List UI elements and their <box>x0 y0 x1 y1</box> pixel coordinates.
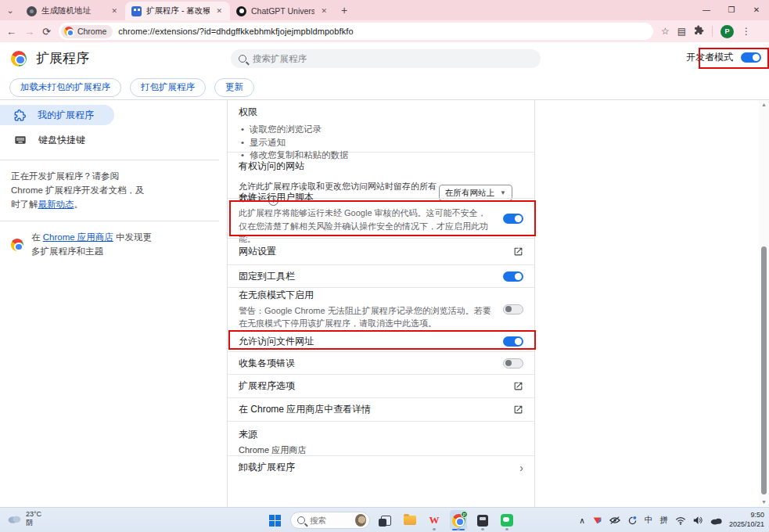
sidebar-divider <box>0 221 219 221</box>
wifi-icon[interactable] <box>675 516 686 525</box>
extensions-puzzle-icon[interactable] <box>694 25 704 38</box>
chrome-web-store-link[interactable]: Chrome 应用商店 <box>43 232 113 242</box>
tab-close-icon[interactable]: ✕ <box>214 7 224 15</box>
pack-extension-button[interactable]: 打包扩展程序 <box>130 78 206 97</box>
file-explorer-button[interactable] <box>401 510 419 530</box>
menu-kebab-icon[interactable]: ⋮ <box>742 26 751 37</box>
sidebar-item-label: 键盘快捷键 <box>38 134 85 147</box>
user-scripts-toggle[interactable] <box>503 214 523 224</box>
forward-button[interactable]: → <box>24 27 34 37</box>
folder-icon <box>404 516 416 525</box>
remove-extension-label: 卸载扩展程序 <box>239 461 295 474</box>
permission-item: 显示通知 <box>239 136 512 149</box>
view-in-store-row[interactable]: 在 Chrome 应用商店中查看详情 <box>228 397 534 421</box>
pin-toolbar-row: 固定到工具栏 <box>228 264 534 287</box>
new-tab-button[interactable]: + <box>335 1 354 20</box>
side-panel-icon[interactable]: ▤ <box>677 26 686 37</box>
scrollbar-thumb[interactable] <box>761 246 767 494</box>
incognito-row: 在无痕模式下启用 警告：Google Chrome 无法阻止扩展程序记录您的浏览… <box>228 287 534 330</box>
wps-icon: W <box>429 514 440 527</box>
scroll-up-arrow[interactable]: ▲ <box>759 100 769 110</box>
tray-app-icon[interactable] <box>592 516 602 526</box>
ime-language-indicator[interactable]: 中 <box>645 515 653 526</box>
system-tray: ∧ 中 拼 9:50 2025/10/21 <box>579 508 764 532</box>
developer-mode-toggle[interactable] <box>741 52 761 63</box>
profile-avatar[interactable]: P <box>720 25 734 38</box>
chrome-logo-icon <box>11 51 27 66</box>
extension-options-row[interactable]: 扩展程序选项 <box>228 374 534 397</box>
permission-item: 读取您的浏览记录 <box>239 123 512 136</box>
sidebar-item-keyboard-shortcuts[interactable]: 键盘快捷键 <box>0 130 114 150</box>
remove-extension-row[interactable]: 卸载扩展程序 › <box>228 455 534 479</box>
url-text: chrome://extensions/?id=dhdgffkkebhmkfjo… <box>118 27 353 36</box>
file-urls-row: 允许访问文件网址 <box>228 330 534 351</box>
cloud-sync-tray-icon[interactable] <box>710 516 722 525</box>
tab-random-address[interactable]: 生成随机地址 ✕ <box>20 2 125 20</box>
taskbar-center-icons: W P <box>266 508 516 532</box>
ime-pinyin-indicator[interactable]: 拼 <box>659 515 668 526</box>
taskbar-search-box[interactable] <box>290 512 370 529</box>
permission-item: 修改您复制和粘贴的数据 <box>239 149 512 162</box>
back-button[interactable]: ← <box>6 27 16 37</box>
file-urls-toggle[interactable] <box>503 336 523 347</box>
collect-errors-row: 收集各项错误 <box>228 351 534 374</box>
bookmark-star-icon[interactable]: ☆ <box>661 26 670 37</box>
wechat-button[interactable] <box>498 510 516 530</box>
note-text: 在 <box>31 232 43 242</box>
permissions-section: 权限 读取您的浏览记录 显示通知 修改您复制和粘贴的数据 <box>228 100 534 152</box>
tray-expand-chevron-icon[interactable]: ∧ <box>579 516 585 525</box>
update-button[interactable]: 更新 <box>214 78 254 97</box>
close-button[interactable]: ✕ <box>744 0 769 19</box>
sync-icon[interactable] <box>627 516 638 526</box>
chrome-taskbar-button[interactable]: P <box>450 510 467 530</box>
extension-options-label: 扩展程序选项 <box>239 379 295 393</box>
tab-title: ChatGPT Universal Exporter <box>251 6 314 16</box>
incognito-toggle[interactable] <box>503 304 523 315</box>
tab-close-icon[interactable]: ✕ <box>319 7 329 15</box>
cloud-weather-icon <box>6 513 22 524</box>
scroll-down-arrow[interactable]: ▼ <box>759 498 769 507</box>
tab-chatgpt-exporter[interactable]: ChatGPT Universal Exporter ✕ <box>230 2 335 20</box>
eye-slash-icon[interactable] <box>609 516 620 525</box>
view-in-store-label: 在 Chrome 应用商店中查看详情 <box>239 403 371 416</box>
note-text: 。 <box>74 200 84 209</box>
extensions-search-input[interactable] <box>253 54 533 63</box>
extensions-search-box[interactable] <box>231 49 541 68</box>
tab-close-icon[interactable]: ✕ <box>110 7 119 15</box>
sidebar-item-label: 我的扩展程序 <box>38 109 94 122</box>
taskbar-clock[interactable]: 9:50 2025/10/21 <box>729 511 764 529</box>
page-scrollbar[interactable]: ▲ ▼ <box>759 100 769 507</box>
site-settings-row[interactable]: 网站设置 <box>228 238 534 264</box>
pin-toolbar-toggle[interactable] <box>503 271 523 282</box>
load-unpacked-button[interactable]: 加载未打包的扩展程序 <box>9 78 121 97</box>
developer-docs-note: 正在开发扩展程序？请参阅 Chrome 扩展程序开发者文档，及时了解最新动态。 <box>0 170 145 211</box>
page-title-group: 扩展程序 <box>11 49 89 67</box>
whats-new-link[interactable]: 最新动态 <box>38 200 74 209</box>
sidebar-divider <box>0 160 219 160</box>
window-controls: — ❐ ✕ <box>694 0 769 19</box>
speaker-icon[interactable] <box>693 516 703 525</box>
developer-mode-control: 开发者模式 <box>686 51 761 64</box>
pin-toolbar-label: 固定到工具栏 <box>239 270 295 283</box>
keyboard-icon <box>14 134 27 146</box>
developer-mode-label: 开发者模式 <box>686 51 733 64</box>
extensions-sidebar: 我的扩展程序 键盘快捷键 正在开发扩展程序？请参阅 Chrome 扩展程序开发者… <box>0 100 227 507</box>
taskbar-weather-widget[interactable]: 23°C 阴 <box>6 510 41 528</box>
tab-search-button[interactable]: ⌄ <box>0 0 20 20</box>
reload-button[interactable]: ⟳ <box>42 27 51 37</box>
collect-errors-toggle[interactable] <box>503 358 523 368</box>
minimize-button[interactable]: — <box>694 0 719 19</box>
chrome-site-chip[interactable]: Chrome <box>61 25 113 38</box>
sidebar-item-my-extensions[interactable]: 我的扩展程序 <box>0 105 114 125</box>
wps-office-button[interactable]: W <box>426 510 443 530</box>
tab-extensions-tampermonkey[interactable]: 扩展程序 - 篡改猴 ✕ <box>125 2 230 20</box>
wechat-icon <box>501 514 513 527</box>
restore-button[interactable]: ❐ <box>719 0 744 19</box>
start-button[interactable] <box>266 510 283 530</box>
address-bar[interactable]: Chrome chrome://extensions/?id=dhdgffkke… <box>59 23 653 40</box>
page-title: 扩展程序 <box>36 49 89 67</box>
taskbar-search-input[interactable] <box>310 516 350 525</box>
chevron-right-icon: › <box>519 462 523 474</box>
device-app-button[interactable] <box>474 510 491 530</box>
task-view-button[interactable] <box>377 510 394 530</box>
